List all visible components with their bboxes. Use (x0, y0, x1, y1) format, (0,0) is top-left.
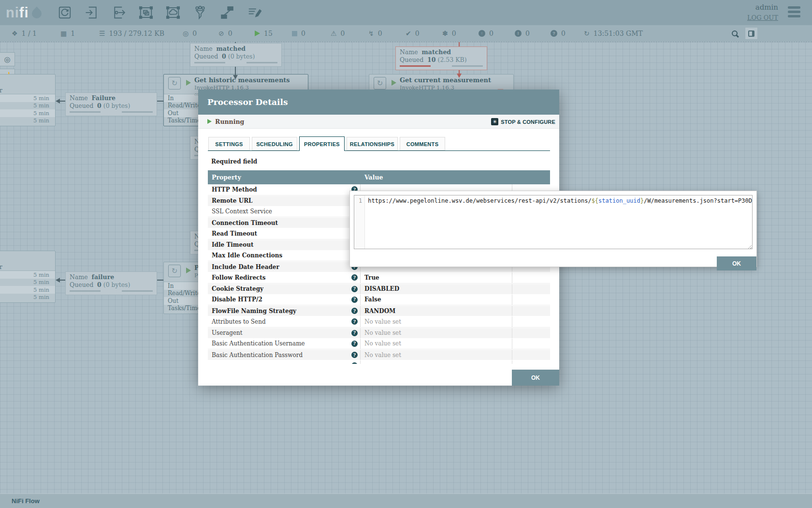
stopped-icon (292, 31, 297, 36)
table-row: FlowFile Naming Strategy?RANDOM (208, 305, 550, 316)
backpressure-size-bar (246, 62, 277, 63)
status-running: 15 (255, 25, 273, 42)
backpressure-object-bar (70, 290, 101, 292)
navigate-palette-button[interactable]: ◎ (0, 52, 15, 66)
run-status-icon (186, 268, 191, 273)
status-up-to-date: ✔0 (406, 25, 420, 42)
processor-icon: ↻ (168, 265, 181, 277)
connection-arrow-alert (457, 74, 462, 78)
table-row: Basic Authentication Username?No value s… (208, 339, 550, 350)
editor-resize-handle[interactable] (747, 245, 752, 249)
output-port-draggable-icon[interactable] (111, 5, 127, 20)
editor-code-line[interactable]: https://www.pegelonline.wsv.de/webservic… (365, 195, 752, 249)
el-variable: station_uuid (598, 197, 640, 204)
disabled-icon: ↯ (368, 30, 374, 37)
help-icon[interactable]: ? (351, 362, 358, 364)
cluster-icon: ▦ (60, 30, 67, 37)
panel-icon (748, 30, 754, 37)
breadcrumb-bar: NiFi Flow (0, 493, 812, 508)
el-token-close: } (640, 197, 644, 204)
help-icon[interactable]: ? (351, 352, 358, 358)
connection-line (157, 101, 163, 102)
connection-line-alert (459, 42, 460, 46)
dialog-tabs: SETTINGS SCHEDULING PROPERTIES RELATIONS… (208, 136, 550, 151)
processor-draggable-icon[interactable] (57, 5, 72, 20)
flow-status-bar: ❖1 / 1 ▦1 ☰193 / 279.12 KB ◎0 ⊘0 15 0 ⚠0… (0, 25, 812, 42)
global-menu-button[interactable] (788, 6, 800, 19)
status-transmitting: ◎0 (183, 25, 197, 42)
logout-link[interactable]: LOG OUT (747, 14, 778, 21)
status-sync-failure: ?0 (551, 25, 566, 42)
connection-label-matched-10[interactable]: Name matched Queued 10 (2.53 KB) (395, 46, 487, 70)
breadcrumb[interactable]: NiFi Flow (12, 497, 40, 505)
dialog-header: Processor Details (198, 90, 559, 115)
search-button[interactable] (732, 25, 738, 42)
tab-comments[interactable]: COMMENTS (400, 137, 445, 150)
remote-process-group-draggable-icon[interactable] (165, 5, 181, 20)
processor-partial-top-left[interactable]: r 5 min 5 min 5 min 5 min (0, 74, 56, 126)
processor-partial-bottom-left[interactable]: r 5 min 5 min 5 min 5 min (0, 251, 56, 303)
property-value-editor-popup: 1 https://www.pegelonline.wsv.de/webserv… (349, 191, 757, 267)
help-icon[interactable]: ? (351, 318, 358, 325)
processor-icon: ↻ (374, 77, 386, 90)
nifi-drop-icon (29, 7, 43, 20)
help-icon[interactable]: ? (351, 274, 358, 281)
not-transmitting-icon: ⊘ (218, 30, 224, 37)
help-icon[interactable]: ? (351, 308, 358, 314)
process-group-draggable-icon[interactable] (138, 5, 154, 20)
help-icon[interactable]: ? (351, 341, 358, 347)
table-row: Cookie Strategy?DISABLED (208, 284, 550, 295)
connection-arrow (56, 278, 60, 283)
connection-label-failure-top[interactable]: Name Failure Queued 0 (0 bytes) (65, 92, 157, 116)
refresh-icon[interactable]: ↻ (584, 30, 590, 37)
table-row: Basic Authentication Password?No value s… (208, 349, 550, 360)
properties-table-header: Property Value (208, 170, 550, 184)
el-token-open: ${ (592, 197, 598, 204)
input-port-draggable-icon[interactable] (84, 5, 100, 20)
tab-properties[interactable]: PROPERTIES (299, 136, 345, 151)
sync-failure-icon: ? (551, 30, 557, 37)
label-draggable-icon[interactable] (246, 5, 262, 20)
template-draggable-icon[interactable] (219, 5, 235, 20)
dialog-title: Processor Details (207, 97, 288, 107)
help-icon[interactable]: ? (351, 286, 358, 292)
logo-text-fi: fi (19, 5, 29, 21)
run-status-icon (186, 80, 191, 86)
locally-modified-icon: ✽ (442, 30, 448, 37)
help-icon[interactable]: ? (351, 330, 358, 336)
property-column-header: Property (208, 174, 361, 181)
backpressure-object-bar (70, 111, 101, 113)
table-row: Attributes to Send?No value set (208, 316, 550, 328)
funnel-draggable-icon[interactable] (192, 5, 208, 20)
current-user: admin (747, 3, 778, 12)
navigate-icon: ◎ (4, 55, 10, 64)
connection-arrow (233, 75, 238, 79)
help-icon[interactable]: ? (351, 297, 358, 303)
backpressure-size-bar (452, 65, 483, 67)
processor-icon: ↻ (168, 77, 181, 90)
connection-arrow (56, 99, 60, 104)
connection-label-matched-0[interactable]: Name matched Queued 0 (0 bytes) (190, 43, 282, 67)
editor-ok-button[interactable]: OK (717, 256, 756, 270)
locally-modified-stale-icon: ! (515, 30, 522, 37)
tab-settings[interactable]: SETTINGS (208, 137, 250, 150)
value-column-header: Value (361, 174, 512, 181)
stop-and-configure-button[interactable]: ✳ STOP & CONFIGURE (491, 115, 555, 129)
status-queued: ☰193 / 279.12 KB (99, 25, 164, 42)
up-to-date-icon: ✔ (406, 30, 411, 37)
connection-line (157, 280, 163, 281)
dialog-ok-button[interactable]: OK (512, 370, 559, 386)
running-icon (255, 30, 260, 36)
stale-icon: ↑ (478, 30, 485, 37)
tab-relationships[interactable]: RELATIONSHIPS (347, 137, 398, 150)
backpressure-object-bar (194, 62, 225, 63)
status-history-toggle-button[interactable] (745, 27, 758, 40)
backpressure-size-bar (122, 111, 153, 113)
connection-label-failure-bottom[interactable]: Name failure Queued 0 (0 bytes) (65, 271, 157, 295)
queued-icon: ☰ (99, 30, 105, 37)
value-editor[interactable]: 1 https://www.pegelonline.wsv.de/webserv… (354, 195, 753, 249)
table-row: Useragent?No value set (208, 328, 550, 339)
logo-text-ni: ni (6, 5, 19, 21)
status-clustered: ▦1 (60, 25, 75, 42)
tab-scheduling[interactable]: SCHEDULING (252, 137, 297, 150)
